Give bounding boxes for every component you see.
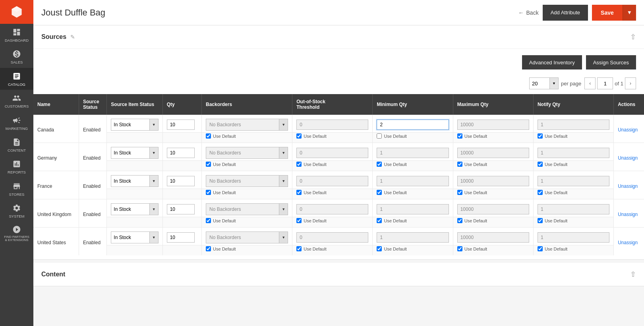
source-item-status-input[interactable]: In Stock bbox=[111, 176, 149, 187]
backorders-select[interactable]: ▼ bbox=[206, 119, 288, 131]
min-qty-input[interactable] bbox=[377, 176, 449, 186]
notify-checkbox[interactable] bbox=[538, 133, 543, 139]
notify-qty-input[interactable] bbox=[538, 120, 609, 130]
backorders-select[interactable]: ▼ bbox=[206, 231, 288, 243]
sidebar-item-stores[interactable]: STORES bbox=[0, 178, 33, 200]
content-collapse-icon[interactable]: ⇧ bbox=[630, 270, 636, 279]
backorders-checkbox[interactable] bbox=[206, 162, 211, 167]
backorders-checkbox[interactable] bbox=[206, 218, 211, 223]
min-qty-input[interactable] bbox=[377, 120, 449, 130]
min-qty-input[interactable] bbox=[377, 204, 449, 214]
per-page-select-input[interactable]: 20 50 100 bbox=[530, 78, 549, 89]
notify-qty-input[interactable] bbox=[538, 204, 609, 214]
sidebar-item-dashboard[interactable]: DASHBOARD bbox=[0, 24, 33, 46]
sidebar-item-catalog[interactable]: CATALOG bbox=[0, 68, 33, 90]
qty-input[interactable] bbox=[167, 148, 195, 158]
max-checkbox[interactable] bbox=[457, 162, 462, 167]
notify-qty-input[interactable] bbox=[538, 148, 609, 158]
backorders-arrow-icon[interactable]: ▼ bbox=[279, 204, 288, 215]
backorders-arrow-icon[interactable]: ▼ bbox=[279, 147, 288, 158]
source-item-status-select[interactable]: In Stock ▼ bbox=[111, 147, 158, 159]
qty-input[interactable] bbox=[167, 204, 195, 214]
backorders-select[interactable]: ▼ bbox=[206, 175, 288, 187]
notify-checkbox[interactable] bbox=[538, 246, 543, 251]
assign-sources-button[interactable]: Assign Sources bbox=[586, 55, 636, 69]
sidebar-logo[interactable] bbox=[0, 0, 33, 24]
save-dropdown-button[interactable]: ▼ bbox=[623, 5, 636, 21]
edit-icon[interactable]: ✎ bbox=[70, 34, 75, 40]
oos-checkbox[interactable] bbox=[296, 162, 302, 167]
sidebar-item-reports[interactable]: REPORTS bbox=[0, 156, 33, 177]
source-item-status-select[interactable]: In Stock ▼ bbox=[111, 203, 158, 215]
per-page-dropdown[interactable]: 20 50 100 ▼ bbox=[529, 77, 559, 89]
back-button[interactable]: ← Back bbox=[518, 10, 539, 16]
oos-threshold-input[interactable] bbox=[296, 120, 368, 130]
oos-checkbox[interactable] bbox=[296, 190, 302, 195]
page-prev-button[interactable]: ‹ bbox=[584, 77, 596, 89]
source-item-status-select[interactable]: In Stock ▼ bbox=[111, 119, 158, 131]
oos-checkbox[interactable] bbox=[296, 133, 302, 139]
backorders-checkbox[interactable] bbox=[206, 133, 211, 139]
content-section-header[interactable]: Content ⇧ bbox=[33, 263, 644, 286]
max-checkbox[interactable] bbox=[457, 190, 462, 195]
backorders-arrow-icon[interactable]: ▼ bbox=[279, 176, 288, 187]
min-qty-input[interactable] bbox=[377, 232, 449, 243]
backorders-arrow-icon[interactable]: ▼ bbox=[279, 119, 288, 130]
source-item-status-select[interactable]: In Stock ▼ bbox=[111, 231, 158, 243]
status-arrow-icon[interactable]: ▼ bbox=[149, 176, 158, 187]
advanced-inventory-button[interactable]: Advanced Inventory bbox=[522, 55, 582, 69]
unassign-link[interactable]: Unassign bbox=[618, 240, 638, 245]
notify-checkbox[interactable] bbox=[538, 162, 543, 167]
status-arrow-icon[interactable]: ▼ bbox=[149, 204, 158, 215]
sources-section-header[interactable]: Sources ✎ ⇧ bbox=[33, 25, 644, 49]
max-checkbox[interactable] bbox=[457, 133, 462, 139]
max-qty-input[interactable] bbox=[457, 204, 529, 214]
sidebar-item-partners[interactable]: FIND PARTNERS& EXTENSIONS bbox=[0, 222, 33, 246]
page-next-button[interactable]: › bbox=[625, 77, 636, 89]
sidebar-item-marketing[interactable]: MARKETING bbox=[0, 112, 33, 134]
oos-threshold-input[interactable] bbox=[296, 204, 368, 214]
per-page-arrow[interactable]: ▼ bbox=[549, 78, 558, 89]
source-item-status-input[interactable]: In Stock bbox=[111, 232, 149, 243]
notify-qty-input[interactable] bbox=[538, 232, 609, 243]
max-checkbox[interactable] bbox=[457, 218, 462, 223]
sidebar-item-customers[interactable]: CUSTOMERS bbox=[0, 90, 33, 112]
notify-qty-input[interactable] bbox=[538, 176, 609, 186]
max-checkbox[interactable] bbox=[457, 246, 462, 251]
oos-checkbox[interactable] bbox=[296, 246, 302, 251]
status-arrow-icon[interactable]: ▼ bbox=[149, 147, 158, 158]
add-attribute-button[interactable]: Add Attribute bbox=[543, 5, 588, 21]
min-checkbox[interactable] bbox=[377, 190, 382, 195]
backorders-arrow-icon[interactable]: ▼ bbox=[279, 232, 288, 243]
oos-threshold-input[interactable] bbox=[296, 176, 368, 186]
backorders-checkbox[interactable] bbox=[206, 190, 211, 195]
max-qty-input[interactable] bbox=[457, 176, 529, 186]
collapse-icon[interactable]: ⇧ bbox=[630, 33, 636, 41]
status-arrow-icon[interactable]: ▼ bbox=[149, 232, 158, 243]
save-button[interactable]: Save bbox=[592, 5, 623, 21]
unassign-link[interactable]: Unassign bbox=[618, 155, 638, 161]
notify-checkbox[interactable] bbox=[538, 218, 543, 223]
min-qty-input[interactable] bbox=[377, 148, 449, 158]
sidebar-item-content[interactable]: CONTENT bbox=[0, 134, 33, 156]
min-checkbox[interactable] bbox=[377, 246, 382, 251]
backorders-select[interactable]: ▼ bbox=[206, 203, 288, 215]
sidebar-item-system[interactable]: SYSTEM bbox=[0, 200, 33, 222]
notify-checkbox[interactable] bbox=[538, 190, 543, 195]
source-item-status-input[interactable]: In Stock bbox=[111, 147, 149, 158]
qty-input[interactable] bbox=[167, 120, 195, 130]
min-checkbox[interactable] bbox=[377, 218, 382, 223]
max-qty-input[interactable] bbox=[457, 120, 529, 130]
sidebar-item-sales[interactable]: SALES bbox=[0, 46, 33, 68]
max-qty-input[interactable] bbox=[457, 232, 529, 243]
max-qty-input[interactable] bbox=[457, 148, 529, 158]
unassign-link[interactable]: Unassign bbox=[618, 183, 638, 189]
qty-input[interactable] bbox=[167, 232, 195, 243]
status-arrow-icon[interactable]: ▼ bbox=[149, 119, 158, 130]
backorders-checkbox[interactable] bbox=[206, 246, 211, 251]
unassign-link[interactable]: Unassign bbox=[618, 212, 638, 217]
source-item-status-select[interactable]: In Stock ▼ bbox=[111, 175, 158, 187]
source-item-status-input[interactable]: In Stock bbox=[111, 119, 149, 130]
oos-threshold-input[interactable] bbox=[296, 148, 368, 158]
backorders-select[interactable]: ▼ bbox=[206, 147, 288, 159]
